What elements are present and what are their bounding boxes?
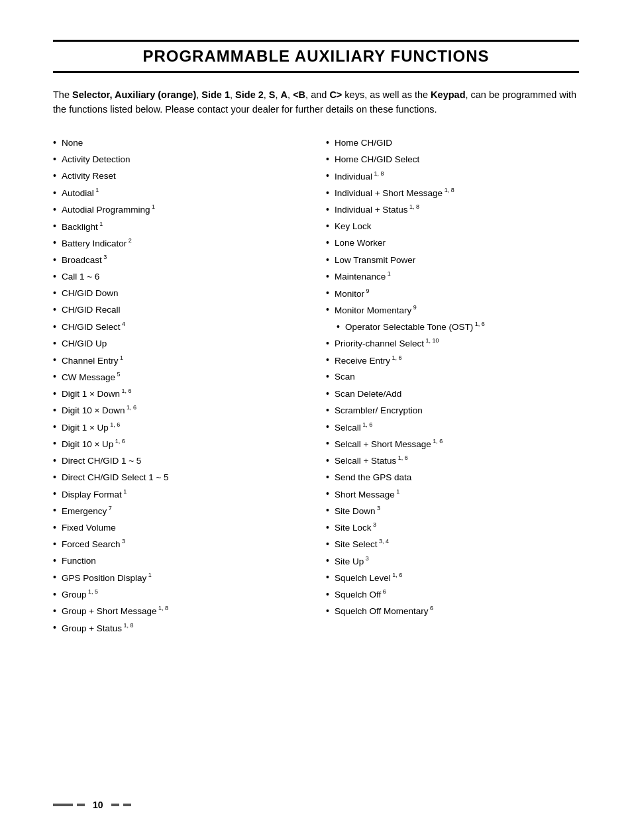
list-item: •Autodial Programming 1 — [53, 203, 306, 217]
superscript: 3 — [102, 254, 107, 260]
intro-part1: The — [53, 89, 72, 100]
bullet-icon: • — [53, 521, 56, 535]
superscript: 1 — [386, 270, 391, 277]
bullet-icon: • — [53, 203, 56, 217]
bullet-icon: • — [326, 152, 329, 166]
item-text: Squelch Off Momentary 6 — [335, 604, 579, 618]
item-text: CH/GID Down — [62, 287, 306, 300]
superscript: 2 — [127, 237, 132, 244]
item-text: Activity Reset — [62, 170, 306, 183]
item-text: Direct CH/GID 1 ~ 5 — [62, 454, 306, 468]
list-item: •None — [53, 136, 306, 150]
intro-bold5: A — [281, 89, 288, 100]
list-item: •Selcall + Status 1, 6 — [326, 454, 579, 468]
list-item: •GPS Position Display 1 — [53, 570, 306, 584]
superscript: 5 — [115, 371, 121, 378]
list-item: •Battery Indicator 2 — [53, 236, 306, 250]
list-item: •Low Transmit Power — [326, 253, 579, 267]
intro-bold1: Selector, Auxiliary (orange) — [72, 89, 196, 100]
bullet-icon: • — [53, 454, 56, 468]
superscript: 1, 6 — [109, 421, 121, 428]
item-text: Short Message 1 — [335, 488, 579, 501]
bullet-icon: • — [326, 270, 329, 284]
item-text: Activity Detection — [62, 153, 306, 166]
list-item: •Function — [53, 554, 306, 568]
superscript: 1 — [395, 488, 400, 495]
item-text: Direct CH/GID Select 1 ~ 5 — [62, 471, 306, 484]
superscript: 1, 10 — [424, 337, 439, 344]
item-text: Display Format 1 — [62, 488, 306, 501]
item-text: Receive Entry 1, 6 — [335, 354, 579, 368]
superscript: 1, 6 — [390, 354, 402, 361]
intro-bold2: Side 1 — [201, 89, 230, 100]
list-item: •Squelch Off Momentary 6 — [326, 604, 579, 618]
list-item: •Digit 1 × Down 1, 6 — [53, 387, 306, 401]
item-text: Scan — [335, 370, 579, 384]
bullet-icon: • — [53, 270, 56, 284]
bullet-icon: • — [53, 537, 56, 551]
list-item: •Activity Reset — [53, 169, 306, 183]
footer-line-3 — [111, 804, 119, 806]
item-text: Key Lock — [335, 220, 579, 233]
superscript: 1, 6 — [113, 438, 125, 445]
list-item: •Digit 10 × Up 1, 6 — [53, 437, 306, 450]
item-text: Lone Worker — [335, 236, 579, 250]
page-wrapper: PROGRAMMABLE AUXILIARY FUNCTIONS The Sel… — [0, 0, 632, 840]
list-item: •Group + Short Message 1, 8 — [53, 604, 306, 618]
superscript: 3, 4 — [377, 538, 389, 545]
list-item: •Fixed Volume — [53, 521, 306, 535]
list-item: •CH/GID Up — [53, 337, 306, 350]
footer-line-2 — [77, 804, 85, 806]
superscript: 1, 6 — [391, 572, 403, 578]
item-text: Monitor Momentary 9 — [335, 303, 579, 317]
superscript: 1 — [150, 203, 155, 210]
title-box: PROGRAMMABLE AUXILIARY FUNCTIONS — [53, 40, 579, 73]
content-area: PROGRAMMABLE AUXILIARY FUNCTIONS The Sel… — [53, 40, 579, 637]
item-text: Fixed Volume — [62, 521, 306, 535]
item-text: Operator Selectable Tone (OST) 1, 6 — [345, 320, 579, 334]
bullet-icon: • — [326, 487, 329, 501]
page-footer: 10 — [0, 800, 632, 810]
footer-line-4 — [123, 804, 131, 806]
bullet-icon: • — [326, 570, 329, 584]
superscript: 1 — [94, 187, 99, 193]
bullet-icon: • — [53, 152, 56, 166]
item-text: Monitor 9 — [335, 287, 579, 301]
item-text: Group 1, 5 — [62, 588, 306, 602]
item-text: Squelch Level 1, 6 — [335, 571, 579, 585]
item-text: None — [62, 136, 306, 150]
bullet-icon: • — [53, 503, 56, 517]
bullet-icon: • — [326, 554, 329, 568]
bullet-icon: • — [326, 387, 329, 401]
bullet-icon: • — [53, 588, 56, 602]
list-item: •Scan Delete/Add — [326, 387, 579, 401]
superscript: 1, 6 — [120, 388, 132, 394]
superscript: 3 — [120, 538, 125, 545]
bullet-icon: • — [326, 521, 329, 535]
list-item: •Short Message 1 — [326, 487, 579, 501]
list-item: •Monitor 9 — [326, 286, 579, 300]
list-item: •Forced Search 3 — [53, 537, 306, 551]
item-text: Selcall + Short Message 1, 6 — [335, 437, 579, 451]
superscript: 1 — [98, 221, 103, 227]
bullet-icon: • — [326, 337, 329, 350]
bullet-icon: • — [53, 437, 56, 450]
item-text: Group + Short Message 1, 8 — [62, 604, 306, 618]
list-item: •Group 1, 5 — [53, 588, 306, 602]
superscript: 1, 6 — [431, 438, 443, 445]
bullet-icon: • — [326, 503, 329, 517]
list-item: •Digit 10 × Down 1, 6 — [53, 403, 306, 417]
list-item: •Direct CH/GID 1 ~ 5 — [53, 454, 306, 468]
item-text: CW Message 5 — [62, 370, 306, 384]
superscript: 3 — [371, 521, 376, 528]
bullet-icon: • — [326, 353, 329, 367]
lists-container: •None•Activity Detection•Activity Reset•… — [53, 136, 579, 638]
item-text: Digit 10 × Up 1, 6 — [62, 437, 306, 451]
item-text: Digit 10 × Down 1, 6 — [62, 403, 306, 417]
item-text: Home CH/GID — [335, 136, 579, 150]
list-item: •Receive Entry 1, 6 — [326, 353, 579, 367]
bullet-icon: • — [326, 219, 329, 233]
superscript: 9 — [411, 304, 417, 311]
list-item: •Scrambler/ Encryption — [326, 403, 579, 417]
list-item: •Home CH/GID Select — [326, 152, 579, 166]
